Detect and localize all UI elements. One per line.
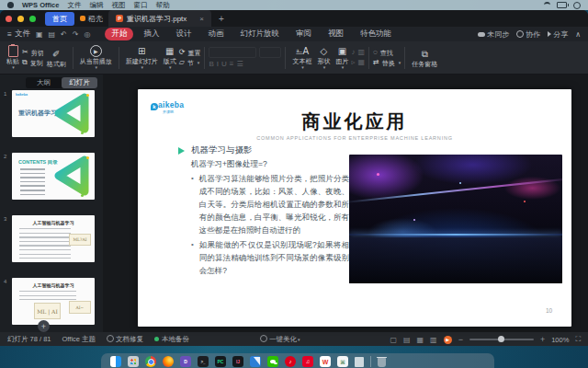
intellij-idea-icon[interactable]: IJ	[232, 356, 243, 367]
slide-counter: 幻灯片 78 / 81	[7, 335, 51, 344]
menu-item-edit[interactable]: 编辑	[89, 1, 103, 10]
docer-tab[interactable]: 稻壳	[80, 14, 103, 24]
redo-icon[interactable]: ↷	[73, 30, 79, 39]
task-pane-button[interactable]: ⧉任务窗格	[409, 48, 440, 67]
close-window-button[interactable]	[6, 16, 12, 22]
slide-bullet-list: •机器学习算法能够给照片分类，把照片分类成不同的场景，比如：风景、人像、夜晚、白…	[191, 172, 349, 279]
bold-icon: B	[209, 61, 213, 68]
file-shortcut-icon[interactable]	[355, 357, 364, 367]
minimize-window-button[interactable]	[17, 16, 24, 22]
underline-icon: U	[221, 61, 227, 68]
slide-thumbnail-4[interactable]: 人工智能与机器学习 ML | AI AI~	[12, 278, 95, 325]
wifi-icon[interactable]	[544, 2, 550, 8]
apple-menu-icon[interactable]	[7, 2, 14, 8]
vscode-icon[interactable]	[250, 356, 261, 367]
menu-item-help[interactable]: 帮助	[155, 1, 169, 10]
purple-d-app-icon[interactable]: D	[180, 356, 191, 367]
play-from-current-button[interactable]: ▶从当前播放	[77, 45, 115, 70]
tab-outline[interactable]: 大纲	[26, 77, 62, 88]
document-tab[interactable]: P 重识机器学习.pptx ×	[108, 10, 211, 27]
sync-status-button[interactable]: 未同步	[478, 29, 509, 40]
person-icon	[516, 30, 524, 38]
trash-icon[interactable]	[378, 357, 386, 367]
firefox-icon[interactable]	[163, 356, 174, 367]
wechat-icon[interactable]	[267, 356, 278, 367]
ribbon-tab-home[interactable]: 开始	[105, 28, 133, 40]
normal-view-icon[interactable]: ▢	[390, 336, 397, 344]
toolbar-divider	[404, 47, 405, 69]
zoom-slider[interactable]	[469, 339, 534, 340]
ribbon-tab-review[interactable]: 审阅	[289, 28, 318, 40]
home-tab-button[interactable]: 首页	[45, 12, 74, 26]
wps-office-icon[interactable]: W	[320, 356, 331, 367]
chrome-icon[interactable]	[145, 356, 156, 367]
save-icon[interactable]: ▣	[36, 30, 43, 39]
section-button[interactable]: ▱节	[179, 59, 201, 66]
share-button[interactable]: 分享	[548, 29, 568, 40]
collapse-ribbon-button[interactable]: ∧	[575, 30, 581, 39]
triangle-logo-graphic	[51, 93, 93, 133]
zoom-in-button[interactable]: +	[540, 335, 545, 344]
notes-view-icon[interactable]: ▥	[430, 336, 437, 344]
theme-name[interactable]: Office 主题	[62, 335, 96, 344]
slide-sorter-icon[interactable]: ▤	[403, 336, 411, 344]
current-slide[interactable]: kaikeba 开课吧 商业化应用 COMMON APPLICATIONS FO…	[138, 89, 571, 327]
textbox-button[interactable]: ⎁A文本框	[289, 45, 314, 70]
ribbon-tab-view[interactable]: 视图	[322, 28, 350, 40]
backup-item[interactable]: 本地备份	[154, 335, 189, 344]
tab-slides[interactable]: 幻灯片	[62, 77, 97, 88]
zoom-percent[interactable]: 100%	[551, 336, 569, 344]
netease-cloud-music-icon[interactable]: ♪	[285, 356, 296, 367]
ribbon-tab-insert[interactable]: 插入	[137, 28, 165, 40]
menu-item-view[interactable]: 视图	[111, 1, 125, 10]
cut-button[interactable]: ✂剪切	[22, 49, 44, 56]
play-slideshow-button[interactable]: ▶	[444, 336, 452, 344]
shapes-button[interactable]: ◇形状	[314, 45, 333, 70]
fit-to-window-icon[interactable]: ⛶	[575, 335, 581, 344]
battery-icon	[557, 2, 567, 8]
replace-button[interactable]: ⇄替换	[373, 59, 401, 66]
new-slide-button[interactable]: ⊞新建幻灯片	[123, 45, 161, 70]
format-painter-button[interactable]: ✐格式刷	[44, 48, 69, 67]
paste-button[interactable]: 粘贴	[4, 45, 22, 70]
preview-icon[interactable]: ◎	[85, 30, 91, 39]
clock-icon[interactable]	[573, 2, 581, 9]
beautify-button[interactable]: 一键美化	[260, 335, 300, 344]
zoom-out-button[interactable]: −	[458, 335, 463, 344]
picture-button[interactable]: ▣图片	[333, 45, 351, 70]
file-menu-button[interactable]: ≡文件	[7, 29, 30, 40]
ribbon-tab-animation[interactable]: 动画	[201, 28, 230, 40]
menu-item-window[interactable]: 窗口	[133, 1, 147, 10]
slide-thumbnail-2[interactable]: CONTENTS 目录	[12, 153, 95, 200]
ribbon-tab-design[interactable]: 设计	[169, 28, 198, 40]
ribbon-tab-row: ≡文件 ▣ ▤ ↶ ↷ ◎ 开始 插入 设计 动画 幻灯片放映 审阅 视图 特色…	[0, 27, 588, 41]
slide-thumbnail-1[interactable]: kaikeba 重识机器学习	[12, 90, 95, 137]
add-slide-button[interactable]: +	[38, 320, 50, 332]
new-tab-button[interactable]: +	[219, 14, 224, 24]
close-tab-icon[interactable]: ×	[199, 15, 204, 23]
ribbon-tab-features[interactable]: 特色功能	[354, 28, 398, 40]
terminal-icon[interactable]: >_	[198, 356, 209, 367]
collaborate-button[interactable]: 协作	[516, 29, 540, 40]
find-button[interactable]: ◌查找	[373, 49, 401, 56]
ribbon-tab-slideshow[interactable]: 幻灯片放映	[233, 28, 286, 40]
reading-view-icon[interactable]: ▦	[417, 336, 424, 344]
slide-thumbnail-3[interactable]: 人工智能与机器学习 ML?AI	[12, 215, 95, 262]
print-icon[interactable]: ▤	[49, 30, 56, 39]
music-app-icon[interactable]: ♫	[302, 356, 313, 367]
menu-item-file[interactable]: 文件	[67, 1, 81, 10]
zoom-slider-knob[interactable]	[498, 336, 504, 342]
undo-icon[interactable]: ↶	[61, 30, 67, 39]
menu-app-name[interactable]: WPS Office	[22, 1, 59, 9]
preview-app-icon[interactable]: ⌘	[337, 356, 348, 367]
pycharm-icon[interactable]: PC	[215, 356, 226, 367]
layout-button[interactable]: ▦版式	[161, 45, 179, 70]
slide-number-label: 2	[4, 154, 6, 159]
doc-repair-item[interactable]: 文档修复	[107, 335, 143, 344]
reset-button[interactable]: ⟳重置	[179, 49, 201, 56]
zoom-window-button[interactable]	[29, 16, 36, 22]
copy-button[interactable]: ⧉复制	[22, 59, 44, 66]
layout-icon: ▦	[165, 45, 174, 57]
finder-icon[interactable]	[110, 356, 121, 367]
launchpad-icon[interactable]	[128, 356, 139, 367]
